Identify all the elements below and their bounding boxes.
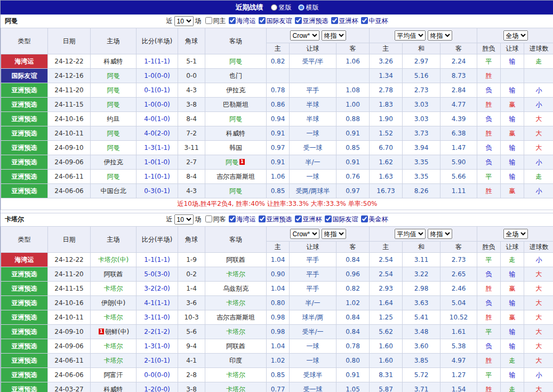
view-radio[interactable] [271,4,277,11]
competition-badge[interactable]: 亚洲预选 [1,296,48,310]
competition-badge[interactable]: 亚洲预选 [1,184,48,198]
handicap-stage-select[interactable]: 终指 [322,30,346,41]
competition-checkbox[interactable] [229,17,236,24]
competition-checkbox-label[interactable]: 海湾运 [229,17,256,25]
away-team[interactable]: 阿联酋 [205,339,267,354]
home-team[interactable]: 阿曼 [91,69,137,83]
home-team[interactable]: 阿曼 [91,98,137,112]
away-team[interactable]: 也门 [205,69,267,83]
score[interactable]: 5-0(3-0) [137,267,178,282]
home-team[interactable]: 卡塔尔 [91,339,137,354]
competition-badge[interactable]: 亚洲预选 [1,354,48,368]
competition-checkbox[interactable] [259,17,266,24]
competition-checkbox-label[interactable]: 亚洲预选 [259,215,292,223]
away-team[interactable]: 阿曼1 [205,155,267,170]
away-team[interactable]: 伊拉克 [205,83,267,98]
competition-checkbox[interactable] [295,215,302,222]
score[interactable]: 0-1(0-1) [137,83,178,98]
score[interactable]: 1-1(1-1) [137,253,178,267]
avg-stage-select[interactable]: 终指 [428,229,452,239]
competition-checkbox-label[interactable]: 美金杯 [361,215,388,223]
competition-checkbox[interactable] [325,215,332,222]
away-team[interactable]: 卡塔尔 [205,382,267,392]
home-team[interactable]: 中国台北 [91,184,137,198]
competition-badge[interactable]: 亚洲预选 [1,98,48,112]
home-team[interactable]: 科威特 [91,382,137,392]
home-team[interactable]: 阿曼 [91,126,137,141]
score[interactable]: 1-0(0-0) [137,98,178,112]
competition-badge[interactable]: 亚洲预选 [1,267,48,282]
away-team[interactable]: 巴勒斯坦 [205,98,267,112]
competition-checkbox-label[interactable]: 国际友谊 [325,215,358,223]
away-team[interactable]: 韩国 [205,141,267,155]
same-side-checkbox-label[interactable]: 同主 [205,17,226,25]
competition-checkbox[interactable] [229,215,236,222]
score[interactable]: 1-0(1-0) [137,155,178,170]
bookmaker-select[interactable]: Crow* [290,229,319,239]
score[interactable]: 1-3(1-0) [137,339,178,354]
competition-badge[interactable]: 亚洲预选 [1,368,48,382]
competition-checkbox[interactable] [361,215,368,222]
competition-badge[interactable]: 亚洲预选 [1,155,48,170]
home-team[interactable]: 阿曼 [91,141,137,155]
avg-select[interactable]: 平均值 [395,30,426,41]
away-team[interactable]: 卡塔尔 [205,267,267,282]
competition-badge[interactable]: 亚洲预选 [1,170,48,184]
avg-stage-select[interactable]: 终指 [428,30,452,41]
competition-badge[interactable]: 亚洲预选 [1,310,48,325]
home-team[interactable]: 卡塔尔 [91,354,137,368]
score[interactable]: 4-1(1-1) [137,296,178,310]
score[interactable]: 3-2(2-0) [137,282,178,296]
competition-badge[interactable]: 亚洲预选 [1,282,48,296]
competition-badge[interactable]: 海湾运 [1,54,48,69]
score[interactable]: 3-1(1-0) [137,310,178,325]
away-team[interactable]: 卡塔尔 [205,325,267,339]
competition-checkbox-label[interactable]: 国际友谊 [259,17,292,25]
same-side-checkbox[interactable] [205,17,212,24]
competition-checkbox[interactable] [259,215,266,222]
away-team[interactable]: 阿联酋 [205,253,267,267]
competition-checkbox-label[interactable]: 亚洲杯 [331,17,358,25]
scope-select[interactable]: 全场 [503,30,528,41]
competition-checkbox-label[interactable]: 亚洲预选 [295,17,328,25]
away-team[interactable]: 阿曼 [205,184,267,198]
bookmaker-select[interactable]: Crow* [290,30,319,41]
competition-badge[interactable]: 亚洲预选 [1,339,48,354]
competition-badge[interactable]: 亚洲预选 [1,83,48,98]
away-team[interactable]: 阿曼 [205,112,267,126]
competition-checkbox-label[interactable]: 海湾运 [229,215,256,223]
competition-badge[interactable]: 海湾运 [1,253,48,267]
home-team[interactable]: 阿联酋 [91,267,137,282]
same-side-checkbox-label[interactable]: 同客 [205,215,226,223]
same-side-checkbox[interactable] [205,215,212,222]
away-team[interactable]: 吉尔吉斯斯坦 [205,170,267,184]
avg-select[interactable]: 平均值 [395,229,426,239]
competition-checkbox-label[interactable]: 中亚杯 [361,17,388,25]
view-option-vertical[interactable]: 竖版 [271,3,292,12]
home-team[interactable]: 阿曼 [91,170,137,184]
away-team[interactable]: 卡塔尔 [205,296,267,310]
competition-badge[interactable]: 亚洲预选 [1,325,48,339]
score[interactable]: 0-3(0-1) [137,184,178,198]
competition-checkbox-label[interactable]: 亚洲杯 [295,215,322,223]
score[interactable]: 1-1(1-1) [137,54,178,69]
away-team[interactable]: 吉尔吉斯斯坦 [205,310,267,325]
score[interactable]: 2-2(1-2) [137,325,178,339]
home-team[interactable]: 科威特 [91,54,137,69]
away-team[interactable]: 卡塔尔 [205,368,267,382]
home-team[interactable]: 阿富汗 [91,368,137,382]
score[interactable]: 1-3(1-1) [137,141,178,155]
away-team[interactable]: 科威特 [205,126,267,141]
competition-checkbox[interactable] [361,17,368,24]
home-team[interactable]: 卡塔尔(中) [91,253,137,267]
score[interactable]: 1-1(0-1) [137,170,178,184]
home-team[interactable]: 卡塔尔 [91,310,137,325]
home-team[interactable]: 伊朗(中) [91,296,137,310]
home-team[interactable]: 1朝鲜(中) [91,325,137,339]
competition-checkbox[interactable] [331,17,338,24]
handicap-stage-select[interactable]: 终指 [322,229,346,239]
competition-badge[interactable]: 亚洲预选 [1,126,48,141]
home-team[interactable]: 伊拉克 [91,155,137,170]
view-radio[interactable] [298,4,304,11]
score[interactable]: 2-1(0-1) [137,354,178,368]
